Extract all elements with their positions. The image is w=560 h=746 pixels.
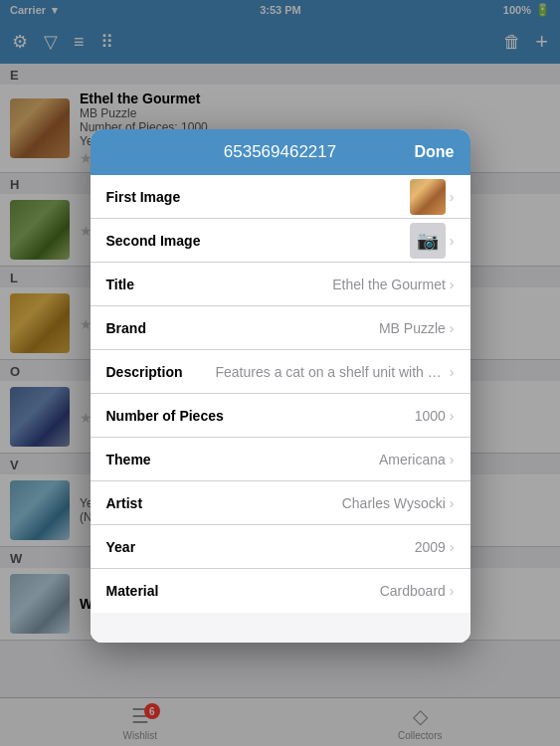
brand-arrow: ›: [450, 320, 455, 336]
title-value: Ethel the Gourmet: [216, 277, 446, 292]
year-arrow: ›: [450, 539, 455, 555]
artist-label: Artist: [106, 495, 216, 511]
second-image-row[interactable]: Second Image 📷 ›: [91, 219, 470, 263]
second-image-value: 📷: [216, 223, 450, 259]
first-image-row[interactable]: First Image ›: [91, 175, 470, 219]
pieces-label: Number of Pieces: [106, 408, 224, 424]
material-row[interactable]: Material Cardboard ›: [91, 569, 470, 613]
second-image-arrow: ›: [450, 233, 455, 249]
done-button[interactable]: Done: [411, 143, 455, 161]
title-arrow: ›: [450, 277, 455, 292]
theme-row[interactable]: Theme Americana ›: [91, 438, 470, 481]
camera-icon: 📷: [417, 230, 439, 252]
artist-value: Charles Wysocki: [216, 495, 446, 511]
first-image-value: [216, 179, 450, 215]
first-image-arrow: ›: [450, 189, 455, 205]
second-image-label: Second Image: [106, 233, 216, 249]
modal-overlay: 653569462217 Done First Image › Second I…: [0, 0, 560, 746]
description-value: Features a cat on a shelf unit with prod…: [216, 364, 446, 380]
modal-body: First Image › Second Image 📷 › Title: [91, 175, 470, 643]
pieces-value: 1000: [224, 408, 446, 424]
camera-icon-box: 📷: [410, 223, 446, 259]
material-label: Material: [106, 583, 216, 599]
modal-header: 653569462217 Done: [91, 129, 470, 175]
barcode-label: 653569462217: [150, 142, 411, 162]
artist-arrow: ›: [450, 495, 455, 511]
brand-row[interactable]: Brand MB Puzzle ›: [91, 306, 470, 350]
brand-value: MB Puzzle: [216, 320, 446, 336]
title-row[interactable]: Title Ethel the Gourmet ›: [91, 263, 470, 306]
artist-row[interactable]: Artist Charles Wysocki ›: [91, 481, 470, 525]
modal-footer-space: [91, 613, 470, 643]
pieces-arrow: ›: [450, 408, 455, 424]
detail-modal: 653569462217 Done First Image › Second I…: [91, 129, 470, 643]
description-row[interactable]: Description Features a cat on a shelf un…: [91, 350, 470, 394]
material-value: Cardboard: [216, 583, 446, 599]
description-arrow: ›: [450, 364, 455, 380]
theme-value: Americana: [216, 452, 446, 467]
year-label: Year: [106, 539, 216, 555]
theme-arrow: ›: [450, 452, 455, 467]
pieces-row[interactable]: Number of Pieces 1000 ›: [91, 394, 470, 438]
description-label: Description: [106, 364, 216, 380]
year-value: 2009: [216, 539, 446, 555]
theme-label: Theme: [106, 452, 216, 467]
title-label: Title: [106, 277, 216, 292]
material-arrow: ›: [450, 583, 455, 599]
first-image-thumb: [410, 179, 446, 215]
brand-label: Brand: [106, 320, 216, 336]
first-image-label: First Image: [106, 189, 216, 205]
year-row[interactable]: Year 2009 ›: [91, 525, 470, 569]
